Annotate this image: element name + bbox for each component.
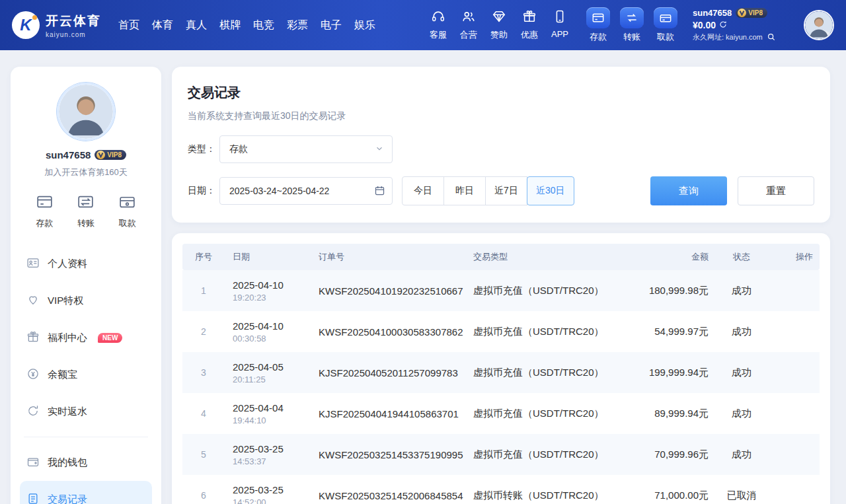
row-status: 成功: [710, 408, 773, 420]
sidebar-item-profile[interactable]: 个人资料: [20, 245, 152, 282]
row-index: 6: [182, 490, 225, 501]
row-amount: 89,999.94元: [617, 408, 710, 420]
brand-domain: kaiyun.com: [46, 31, 101, 38]
nav-item[interactable]: 棋牌: [219, 18, 241, 32]
balance: ¥0.00: [693, 20, 797, 30]
sidebar-item-wallet[interactable]: 我的钱包: [20, 444, 152, 481]
sidebar-deposit-button[interactable]: 存款: [36, 193, 54, 229]
reset-button[interactable]: 重置: [738, 176, 814, 205]
date-range-input[interactable]: [219, 177, 393, 205]
quick-date-chips: 今日 昨日 近7日 近30日: [402, 176, 574, 205]
sidebar-item-yuebao[interactable]: 余额宝: [20, 356, 152, 393]
document-icon: [26, 492, 40, 504]
wallet-icon: [26, 455, 40, 470]
table-row: 4 2025-04-04 19:44:10 KJSF20250404194410…: [182, 393, 820, 434]
joined-days-text: 加入开云体育第160天: [20, 166, 152, 178]
customer-service-link[interactable]: 客服: [430, 9, 447, 41]
withdraw-card-icon: [118, 193, 136, 213]
username[interactable]: sun47658: [693, 8, 732, 18]
type-select[interactable]: 存款: [219, 135, 393, 163]
sidebar-username: sun47658: [46, 149, 91, 161]
table-row: 5 2025-03-25 14:53:37 KWSF20250325145337…: [182, 434, 820, 475]
table-body: 1 2025-04-10 19:20:23 KWSF20250410192023…: [182, 270, 820, 504]
partner-link[interactable]: 合营: [460, 9, 477, 41]
sidebar-menu: 个人资料 VIP特权 福利中心 NEW 余额宝 实时返水: [20, 245, 152, 504]
vip-v-icon: [738, 9, 746, 17]
col-action: 操作: [773, 251, 820, 263]
sponsor-link[interactable]: 赞助: [490, 9, 508, 41]
col-status: 状态: [710, 251, 773, 263]
row-status: 成功: [710, 367, 773, 379]
table-row: 2 2025-04-10 00:30:58 KWSF20250410003058…: [182, 311, 820, 352]
type-label: 类型：: [188, 143, 215, 155]
sidebar-item-welfare[interactable]: 福利中心 NEW: [20, 319, 152, 356]
chip-last7days[interactable]: 近7日: [485, 176, 527, 205]
chip-yesterday[interactable]: 昨日: [443, 176, 486, 205]
sidebar-item-transactions[interactable]: 交易记录: [20, 481, 152, 504]
new-badge: NEW: [98, 333, 122, 343]
vip-v-icon: [96, 151, 105, 159]
logo-icon: K: [12, 11, 40, 39]
sidebar-transfer-button[interactable]: 转账: [77, 193, 95, 229]
row-type: 虚拟币充值（USDT/TRC20）: [465, 449, 617, 461]
chip-today[interactable]: 今日: [402, 176, 444, 205]
row-order-no: KJSF202504041944105863701: [311, 408, 465, 419]
calendar-icon[interactable]: [374, 185, 385, 199]
row-type: 虚拟币充值（USDT/TRC20）: [465, 367, 617, 379]
col-date: 日期: [225, 251, 311, 263]
sidebar-withdraw-button[interactable]: 取款: [118, 193, 136, 229]
chip-last30days[interactable]: 近30日: [527, 176, 574, 205]
row-date: 2025-04-04 19:44:10: [225, 402, 311, 425]
search-button[interactable]: 查询: [650, 176, 727, 205]
transfer-button[interactable]: 转账: [618, 7, 646, 43]
row-date: 2025-04-05 20:11:25: [225, 361, 311, 384]
sidebar-item-rebate[interactable]: 实时返水: [20, 393, 152, 430]
nav-item[interactable]: 彩票: [287, 18, 308, 32]
app-download-link[interactable]: APP: [551, 9, 568, 41]
row-order-no: KWSF202504101920232510667: [311, 285, 465, 297]
nav-item[interactable]: 体育: [152, 18, 173, 32]
page-title: 交易记录: [188, 84, 814, 102]
nav-item[interactable]: 电子: [321, 18, 342, 32]
col-type: 交易类型: [465, 251, 617, 263]
col-index: 序号: [182, 251, 225, 263]
deposit-button[interactable]: 存款: [584, 7, 612, 43]
refresh-circle-icon: [26, 404, 40, 419]
nav-item[interactable]: 娱乐: [354, 18, 375, 32]
row-type: 虚拟币充值（USDT/TRC20）: [465, 408, 617, 420]
search-icon[interactable]: [767, 32, 776, 43]
people-icon: [461, 9, 476, 26]
sidebar-item-vip[interactable]: VIP特权: [20, 282, 152, 319]
row-order-no: KWSF202504100030583307862: [311, 326, 465, 338]
table-row: 1 2025-04-10 19:20:23 KWSF20250410192023…: [182, 270, 820, 311]
withdraw-button[interactable]: 取款: [652, 7, 679, 43]
heart-icon: [26, 293, 40, 308]
avatar[interactable]: [804, 10, 834, 40]
headset-icon: [431, 9, 445, 26]
col-order-no: 订单号: [311, 251, 465, 263]
transactions-table-card: 序号 日期 订单号 交易类型 金额 状态 操作 1 2025-04-10 19:…: [172, 233, 830, 504]
row-amount: 70,999.96元: [617, 449, 710, 461]
logo-text: 开云体育 kaiyun.com: [46, 13, 101, 38]
profile-avatar[interactable]: [57, 83, 115, 141]
nav-item[interactable]: 首页: [118, 18, 139, 32]
row-amount: 199,999.94元: [617, 367, 710, 379]
row-order-no: KJSF202504052011257099783: [311, 367, 465, 378]
table-row: 6 2025-03-25 14:52:00 KWSF20250325145200…: [182, 475, 820, 504]
promotions-link[interactable]: 优惠: [521, 9, 538, 41]
filter-card: 交易记录 当前系统支持查询最近30日的交易记录 类型： 存款 日期： 今日 昨日: [172, 67, 830, 223]
sidebar-quick-actions: 存款 转账 取款: [20, 193, 152, 229]
row-date: 2025-04-10 19:20:23: [225, 279, 311, 303]
date-range-field: [219, 177, 393, 205]
brand-name: 开云体育: [46, 13, 101, 30]
nav-item[interactable]: 电竞: [253, 18, 274, 32]
nav-item[interactable]: 真人: [186, 18, 207, 32]
transfer-arrows-icon: [77, 193, 95, 213]
deposit-card-icon: [36, 193, 54, 213]
page-body: sun47658 VIP8 加入开云体育第160天 存款 转账 取款: [0, 50, 846, 504]
refresh-icon[interactable]: [719, 20, 727, 30]
row-type: 虚拟币转账（USDT/TRC20）: [465, 489, 617, 502]
brand-logo[interactable]: K 开云体育 kaiyun.com: [12, 11, 101, 39]
withdraw-card-icon: [654, 7, 677, 28]
row-date: 2025-04-10 00:30:58: [225, 320, 311, 343]
